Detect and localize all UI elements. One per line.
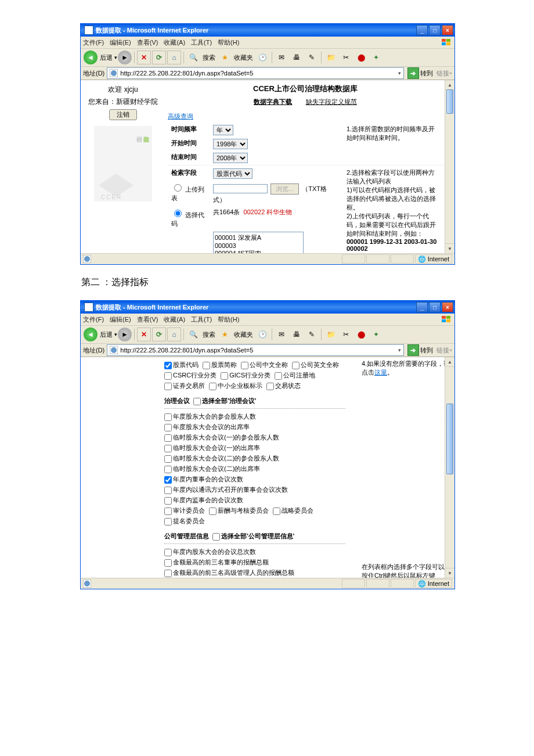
refresh-button[interactable]: ⟳ bbox=[152, 51, 166, 64]
misc-button[interactable]: ⬤ bbox=[354, 327, 368, 341]
upload-path[interactable] bbox=[213, 184, 268, 193]
scope-def-link[interactable]: 缺失字段定义规范 bbox=[306, 98, 357, 105]
print-button[interactable]: 🖶 bbox=[290, 51, 304, 64]
field-checkbox[interactable]: 临时股东大会会议(一)的参会股东人数 bbox=[164, 432, 279, 442]
scroll-up-icon[interactable]: ▲ bbox=[445, 80, 454, 90]
field-checkbox[interactable]: 金额最高的前三名高级管理人员的报酬总额 bbox=[164, 567, 294, 578]
back-button[interactable]: ◄ bbox=[84, 327, 98, 341]
mail-button[interactable]: ✉ bbox=[275, 51, 288, 64]
menu-help[interactable]: 帮助(H) bbox=[218, 315, 239, 324]
upload-radio[interactable]: 上传列表 bbox=[171, 186, 204, 201]
scroll-down-icon[interactable]: ▼ bbox=[445, 243, 454, 253]
search-icon[interactable]: 🔍 bbox=[186, 51, 200, 64]
field-checkbox[interactable]: 股票代码 bbox=[164, 359, 199, 370]
titlebar-2[interactable]: 数据提取 - Microsoft Internet Explorer _ □ × bbox=[81, 301, 454, 314]
stop-button[interactable]: ✕ bbox=[137, 327, 151, 341]
mail-button[interactable]: ✉ bbox=[275, 327, 288, 341]
field-checkbox[interactable]: 年度内监事会的会议次数 bbox=[164, 495, 243, 505]
menu-edit[interactable]: 编辑(E) bbox=[110, 38, 131, 47]
menu-view[interactable]: 查看(V) bbox=[137, 38, 158, 47]
folder-button[interactable]: 📁 bbox=[324, 51, 338, 64]
history-button[interactable]: 🕑 bbox=[255, 327, 269, 341]
close-button[interactable]: × bbox=[442, 302, 453, 312]
field-checkbox[interactable]: 公司中文全称 bbox=[241, 359, 288, 370]
select-code-radio[interactable]: 选择代码 bbox=[171, 211, 204, 227]
logout-button[interactable]: 注销 bbox=[109, 109, 137, 120]
menu-view[interactable]: 查看(V) bbox=[137, 315, 158, 324]
search-icon[interactable]: 🔍 bbox=[186, 327, 200, 341]
scroll-up-icon[interactable]: ▲ bbox=[445, 357, 454, 367]
code-option[interactable]: 000001 深发展A bbox=[215, 233, 302, 242]
field-checkbox[interactable]: 审计委员会 bbox=[164, 505, 205, 516]
print-button[interactable]: 🖶 bbox=[290, 327, 304, 341]
menu-fav[interactable]: 收藏(A) bbox=[164, 38, 185, 47]
start-select[interactable]: 1998年 bbox=[213, 139, 248, 149]
field-checkbox[interactable]: 金额最高的前三名董事的报酬总额 bbox=[164, 557, 269, 567]
field-checkbox[interactable]: 年度股东大会的参会股东人数 bbox=[164, 411, 256, 422]
field-checkbox[interactable]: 临时股东大会会议(二)的参会股东人数 bbox=[164, 453, 279, 463]
misc2-button[interactable]: ✦ bbox=[369, 51, 383, 64]
field-checkbox[interactable]: GICS行业分类 bbox=[221, 370, 270, 380]
field-checkbox[interactable]: 交易状态 bbox=[266, 380, 301, 391]
go-button[interactable]: ➔ bbox=[407, 344, 419, 356]
edit-button[interactable]: ✎ bbox=[305, 51, 319, 64]
field-checkbox[interactable]: 股票简称 bbox=[203, 359, 237, 370]
favorites-icon[interactable]: ★ bbox=[218, 51, 232, 64]
end-select[interactable]: 2008年 bbox=[213, 153, 248, 163]
field-checkbox[interactable]: 年度内董事会的会议次数 bbox=[164, 474, 243, 484]
history-button[interactable]: 🕑 bbox=[255, 51, 269, 64]
close-button[interactable]: × bbox=[442, 25, 453, 35]
back-button[interactable]: ◄ bbox=[84, 51, 98, 64]
freq-select[interactable]: 年 bbox=[213, 125, 233, 135]
sec1-selectall[interactable]: 选择全部'治理会议' bbox=[193, 395, 256, 406]
scrollbar[interactable]: ▲ ▼ bbox=[445, 80, 454, 253]
misc2-button[interactable]: ✦ bbox=[369, 327, 383, 341]
code-option[interactable]: 000004 *ST国农 bbox=[215, 249, 302, 253]
maximize-button[interactable]: □ bbox=[429, 302, 441, 312]
address-input[interactable]: http://222.25.208.222:801/dyn.aspx?dataS… bbox=[107, 67, 404, 79]
field-checkbox[interactable]: 公司英文全称 bbox=[292, 359, 339, 370]
field-checkbox[interactable]: 年度内以通讯方式召开的董事会会议次数 bbox=[164, 484, 288, 495]
code-option[interactable]: 000003 bbox=[215, 242, 302, 249]
field-checkbox[interactable]: 证券交易所 bbox=[164, 380, 205, 391]
field-checkbox[interactable]: 临时股东大会会议(二)的出席率 bbox=[164, 463, 260, 474]
misc-button[interactable]: ⬤ bbox=[354, 51, 368, 64]
cut-button[interactable]: ✂ bbox=[339, 327, 353, 341]
dict-download-link[interactable]: 数据字典下载 bbox=[254, 98, 292, 105]
menu-tools[interactable]: 工具(T) bbox=[191, 315, 212, 324]
field-checkbox[interactable]: CSRC行业分类 bbox=[164, 370, 217, 380]
field-checkbox[interactable]: 年度股东大会会议的出席率 bbox=[164, 422, 250, 432]
scroll-down-icon[interactable]: ▼ bbox=[445, 568, 454, 578]
field-checkbox[interactable]: 中小企业板标示 bbox=[209, 380, 262, 391]
address-input[interactable]: http://222.25.208.222:801/dyn.aspx?dataS… bbox=[107, 344, 404, 356]
search-field-select[interactable]: 股票代码 bbox=[213, 168, 252, 179]
scroll-thumb[interactable] bbox=[446, 89, 453, 114]
browse-button[interactable]: 浏览... bbox=[270, 183, 299, 195]
field-checkbox[interactable]: 年度内股东大会的会议总次数 bbox=[164, 546, 256, 557]
cut-button[interactable]: ✂ bbox=[339, 51, 353, 64]
field-checkbox[interactable]: 公司注册地 bbox=[275, 370, 315, 380]
field-checkbox[interactable]: 提名委员会 bbox=[164, 516, 205, 526]
sec2-selectall[interactable]: 选择全部'公司管理层信息' bbox=[212, 531, 294, 541]
tip4-link[interactable]: 这里 bbox=[374, 369, 387, 376]
titlebar[interactable]: 数据提取 - Microsoft Internet Explorer _ □ × bbox=[81, 24, 454, 37]
menu-edit[interactable]: 编辑(E) bbox=[110, 315, 131, 324]
minimize-button[interactable]: _ bbox=[416, 302, 428, 312]
menu-help[interactable]: 帮助(H) bbox=[218, 38, 239, 47]
forward-button[interactable]: ► bbox=[118, 327, 132, 341]
edit-button[interactable]: ✎ bbox=[305, 327, 319, 341]
scroll-thumb[interactable] bbox=[446, 404, 453, 474]
go-button[interactable]: ➔ bbox=[407, 67, 419, 79]
stop-button[interactable]: ✕ bbox=[137, 51, 151, 64]
folder-button[interactable]: 📁 bbox=[324, 327, 338, 341]
field-checkbox[interactable]: 薪酬与考核委员会 bbox=[209, 505, 269, 516]
forward-button[interactable]: ► bbox=[118, 51, 132, 64]
home-button[interactable]: ⌂ bbox=[167, 327, 181, 341]
menu-file[interactable]: 文件(F) bbox=[83, 315, 104, 324]
code-listbox[interactable]: 000001 深发展A000003000004 *ST国农000005 世纪星源… bbox=[213, 232, 304, 253]
favorites-icon[interactable]: ★ bbox=[218, 327, 232, 341]
refresh-button[interactable]: ⟳ bbox=[152, 327, 166, 341]
field-checkbox[interactable]: 战略委员会 bbox=[273, 505, 313, 516]
scrollbar[interactable]: ▲ ▼ bbox=[445, 357, 454, 578]
field-checkbox[interactable]: 临时股东大会会议(一)的出席率 bbox=[164, 442, 260, 453]
